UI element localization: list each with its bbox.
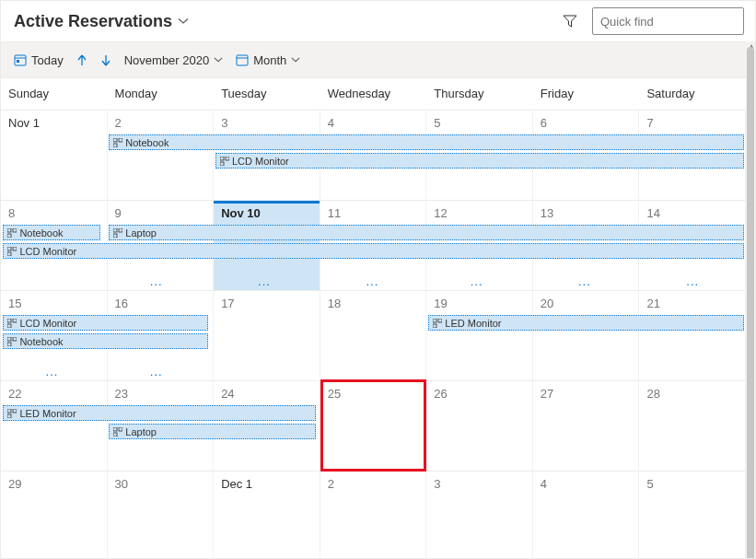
month-picker[interactable]: November 2020 (124, 53, 224, 67)
more-link[interactable]: ... (578, 274, 591, 288)
event-lcd[interactable]: LCD Monitor (3, 315, 207, 331)
event-led[interactable]: LED Monitor (3, 405, 316, 421)
dayhead: Sunday (1, 79, 108, 110)
item-icon (433, 319, 442, 328)
svg-rect-28 (7, 337, 11, 341)
item-icon (7, 247, 17, 256)
dayhead: Wednesday (320, 79, 427, 110)
view-title-dropdown[interactable]: Active Reservations (14, 12, 189, 31)
item-icon (113, 228, 122, 238)
svg-rect-5 (237, 55, 248, 65)
svg-rect-34 (113, 427, 117, 431)
svg-rect-25 (433, 319, 436, 322)
svg-rect-33 (7, 414, 11, 418)
chevron-down-icon (178, 16, 189, 27)
svg-rect-36 (113, 433, 117, 437)
more-link[interactable]: ... (366, 274, 378, 288)
week-row: 15 16 17 18 19 20 21 LCD Monitor LED Mon… (1, 291, 746, 381)
event-led[interactable]: LED Monitor (428, 315, 743, 331)
more-link[interactable]: ... (471, 274, 483, 288)
chevron-down-icon (291, 55, 300, 64)
dayhead: Friday (533, 79, 640, 110)
day-cell[interactable]: 28 (639, 381, 746, 472)
day-cell[interactable]: 20 (533, 291, 640, 381)
svg-rect-17 (119, 228, 122, 232)
item-icon (113, 138, 122, 147)
more-link[interactable]: ... (150, 274, 163, 288)
day-cell[interactable]: 3 (426, 472, 533, 558)
day-cell[interactable]: 18 (320, 291, 427, 381)
day-cell[interactable]: Nov 1 (1, 111, 108, 201)
dayhead: Thursday (426, 79, 533, 110)
calendar: Sunday Monday Tuesday Wednesday Thursday… (1, 79, 746, 558)
svg-rect-20 (13, 247, 17, 250)
event-lcd[interactable]: LCD Monitor (3, 243, 743, 259)
event-laptop[interactable]: Laptop (109, 424, 316, 439)
svg-rect-19 (7, 247, 11, 250)
day-cell[interactable]: 4 (533, 472, 640, 558)
day-cell[interactable]: Dec 1 (214, 472, 320, 558)
svg-rect-15 (7, 234, 11, 238)
day-cell[interactable]: 22 (1, 381, 108, 472)
svg-rect-21 (7, 252, 11, 256)
prev-button[interactable] (76, 53, 87, 66)
item-icon (113, 427, 122, 437)
calendar-toolbar: Today November 2020 Month (1, 41, 755, 78)
item-icon (220, 157, 229, 166)
event-notebook[interactable]: Notebook (3, 225, 100, 240)
svg-rect-24 (7, 324, 11, 328)
day-cell[interactable]: 2 (108, 111, 215, 201)
day-cell[interactable]: 17 (214, 291, 320, 381)
header-bar: Active Reservations (1, 1, 755, 41)
item-icon (7, 319, 17, 328)
svg-rect-8 (119, 138, 122, 142)
dayhead: Saturday (639, 79, 746, 110)
week-row: 22 23 24 25 26 27 28 LED Monitor Laptop (1, 381, 746, 472)
svg-rect-26 (438, 319, 442, 322)
search-box[interactable] (592, 7, 744, 35)
more-link[interactable]: ... (46, 365, 59, 378)
arrow-up-icon (76, 53, 87, 66)
next-button[interactable] (100, 53, 111, 66)
item-icon (7, 228, 17, 238)
day-cell[interactable]: 25 (320, 381, 427, 472)
week-row: 29 30 Dec 1 2 3 4 5 (1, 472, 746, 558)
filter-button[interactable] (557, 8, 583, 34)
svg-rect-7 (113, 138, 117, 142)
svg-rect-4 (17, 60, 19, 63)
view-picker[interactable]: Month (236, 53, 300, 67)
svg-rect-31 (7, 409, 11, 413)
more-link[interactable]: ... (150, 365, 163, 378)
svg-rect-23 (13, 319, 17, 322)
day-cell[interactable]: 19 (426, 291, 533, 381)
week-row: 8 9 Nov 10 11 12 13 14 Notebook Laptop L… (1, 201, 746, 291)
day-cell[interactable]: 2 (320, 472, 427, 558)
svg-rect-12 (220, 162, 224, 166)
day-cell[interactable]: 30 (108, 472, 215, 558)
svg-rect-27 (433, 324, 436, 328)
vertical-scrollbar[interactable]: ▴ (746, 41, 755, 558)
more-link[interactable]: ... (686, 274, 699, 288)
event-notebook[interactable]: Notebook (3, 333, 207, 349)
day-cell[interactable]: 26 (426, 381, 533, 472)
svg-rect-2 (15, 55, 26, 65)
day-cell[interactable]: 21 (639, 291, 746, 381)
svg-rect-11 (226, 157, 229, 160)
chevron-down-icon (214, 55, 223, 64)
calendar-today-icon (14, 53, 27, 66)
more-link[interactable]: ... (258, 274, 271, 288)
day-cell[interactable]: 27 (533, 381, 640, 472)
scrollbar-thumb[interactable] (747, 47, 754, 559)
dayhead: Monday (108, 79, 215, 110)
svg-rect-13 (7, 228, 11, 232)
day-cell[interactable]: 5 (639, 472, 746, 558)
header-actions (557, 7, 744, 35)
search-input[interactable] (593, 15, 756, 29)
today-button[interactable]: Today (14, 53, 64, 67)
svg-rect-22 (7, 319, 11, 322)
event-notebook[interactable]: Notebook (109, 134, 743, 150)
event-lcd[interactable]: LCD Monitor (215, 153, 744, 169)
event-laptop[interactable]: Laptop (109, 225, 743, 240)
day-cell[interactable]: 29 (1, 472, 108, 558)
day-headers: Sunday Monday Tuesday Wednesday Thursday… (1, 79, 746, 111)
